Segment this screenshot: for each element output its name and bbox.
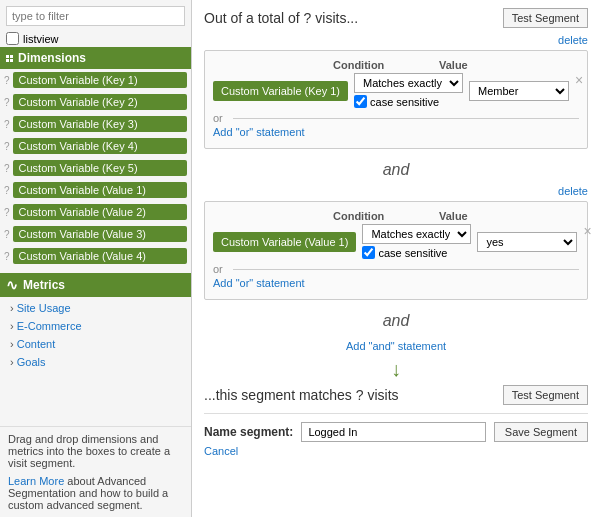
dimensions-header: Dimensions bbox=[0, 47, 191, 69]
learn-more-link[interactable]: Learn More bbox=[8, 475, 64, 487]
headers-row-2: Condition Value bbox=[333, 210, 579, 222]
and-divider-1: and bbox=[204, 155, 588, 185]
and-divider-2: and bbox=[204, 306, 588, 336]
dim-label-1: Custom Variable (Key 2) bbox=[13, 94, 187, 110]
help-icon-0: ? bbox=[4, 75, 10, 86]
segment-block-2: Condition Value Custom Variable (Value 1… bbox=[204, 201, 588, 300]
dim-item-0[interactable]: ?Custom Variable (Key 1) bbox=[0, 69, 191, 91]
remove-condition-2[interactable]: × bbox=[583, 224, 591, 238]
help-icon-8: ? bbox=[4, 251, 10, 262]
list-view-checkbox[interactable] bbox=[6, 32, 19, 45]
segment-name-input[interactable] bbox=[301, 422, 485, 442]
dim-item-5[interactable]: ?Custom Variable (Value 1) bbox=[0, 179, 191, 201]
or-row-1: or bbox=[213, 112, 579, 124]
metrics-item-2[interactable]: Content bbox=[0, 335, 191, 353]
dim-label-2: Custom Variable (Key 3) bbox=[13, 116, 187, 132]
condition-row-1: Custom Variable (Key 1) Matches exactly … bbox=[213, 73, 579, 108]
main-content: Out of a total of ? visits... Test Segme… bbox=[192, 0, 600, 517]
add-and-button[interactable]: Add "and" statement bbox=[346, 340, 446, 352]
or-row-2: or bbox=[213, 263, 579, 275]
metrics-item-0[interactable]: Site Usage bbox=[0, 299, 191, 317]
or-line-2 bbox=[233, 269, 579, 270]
value-select-group-2: yes bbox=[477, 232, 577, 252]
dimensions-list: ?Custom Variable (Key 1)?Custom Variable… bbox=[0, 69, 191, 269]
top-title: Out of a total of ? visits... bbox=[204, 10, 358, 26]
condition-tag-1: Custom Variable (Key 1) bbox=[213, 81, 348, 101]
help-icon-2: ? bbox=[4, 119, 10, 130]
metrics-header-label: Metrics bbox=[23, 278, 65, 292]
name-segment-label: Name segment: bbox=[204, 425, 293, 439]
condition-select-group-2: Matches exactly case sensitive bbox=[362, 224, 471, 259]
add-or-button-2[interactable]: Add "or" statement bbox=[213, 275, 305, 291]
dim-label-3: Custom Variable (Key 4) bbox=[13, 138, 187, 154]
dim-item-6[interactable]: ?Custom Variable (Value 2) bbox=[0, 201, 191, 223]
dim-label-0: Custom Variable (Key 1) bbox=[13, 72, 187, 88]
test-segment-button-bottom[interactable]: Test Segment bbox=[503, 385, 588, 405]
dim-label-4: Custom Variable (Key 5) bbox=[13, 160, 187, 176]
name-row: Name segment: Save Segment bbox=[204, 413, 588, 442]
value-header-2: Value bbox=[439, 210, 539, 222]
value-select-2[interactable]: yes bbox=[477, 232, 577, 252]
case-sensitive-label-2: case sensitive bbox=[378, 247, 447, 259]
help-icon-1: ? bbox=[4, 97, 10, 108]
arrow-down-icon: ↓ bbox=[204, 358, 588, 381]
value-header-1: Value bbox=[439, 59, 539, 71]
condition-tag-2: Custom Variable (Value 1) bbox=[213, 232, 356, 252]
condition-header-1: Condition bbox=[333, 59, 433, 71]
add-or-button-1[interactable]: Add "or" statement bbox=[213, 124, 305, 140]
help-icon-7: ? bbox=[4, 229, 10, 240]
filter-input[interactable] bbox=[6, 6, 185, 26]
sidebar: listview Dimensions ?Custom Variable (Ke… bbox=[0, 0, 192, 517]
footer-learn-text: Learn More about Advanced Segmentation a… bbox=[8, 475, 183, 511]
metrics-item-3[interactable]: Goals bbox=[0, 353, 191, 371]
or-label-2: or bbox=[213, 263, 227, 275]
help-icon-4: ? bbox=[4, 163, 10, 174]
case-row-2: case sensitive bbox=[362, 246, 471, 259]
dim-item-3[interactable]: ?Custom Variable (Key 4) bbox=[0, 135, 191, 157]
metrics-items: Site UsageE-CommerceContentGoals bbox=[0, 297, 191, 373]
bottom-bar: ...this segment matches ? visits Test Se… bbox=[204, 385, 588, 405]
dim-item-1[interactable]: ?Custom Variable (Key 2) bbox=[0, 91, 191, 113]
or-label-1: or bbox=[213, 112, 227, 124]
save-segment-button[interactable]: Save Segment bbox=[494, 422, 588, 442]
help-icon-3: ? bbox=[4, 141, 10, 152]
dim-item-2[interactable]: ?Custom Variable (Key 3) bbox=[0, 113, 191, 135]
condition-header-2: Condition bbox=[333, 210, 433, 222]
help-icon-6: ? bbox=[4, 207, 10, 218]
case-sensitive-checkbox-1[interactable] bbox=[354, 95, 367, 108]
case-row-1: case sensitive bbox=[354, 95, 463, 108]
dim-item-8[interactable]: ?Custom Variable (Value 4) bbox=[0, 245, 191, 267]
dimensions-header-label: Dimensions bbox=[18, 51, 86, 65]
delete-link-1[interactable]: delete bbox=[204, 34, 588, 46]
condition-select-group-1: Matches exactly case sensitive bbox=[354, 73, 463, 108]
dim-item-4[interactable]: ?Custom Variable (Key 5) bbox=[0, 157, 191, 179]
metrics-section: ∿ Metrics Site UsageE-CommerceContentGoa… bbox=[0, 273, 191, 373]
or-line-1 bbox=[233, 118, 579, 119]
condition-select-2[interactable]: Matches exactly bbox=[362, 224, 471, 244]
test-segment-button-top[interactable]: Test Segment bbox=[503, 8, 588, 28]
delete-link-2[interactable]: delete bbox=[204, 185, 588, 197]
metrics-item-1[interactable]: E-Commerce bbox=[0, 317, 191, 335]
value-select-1[interactable]: Member bbox=[469, 81, 569, 101]
dim-label-5: Custom Variable (Value 1) bbox=[13, 182, 187, 198]
help-icon-5: ? bbox=[4, 185, 10, 196]
condition-select-1[interactable]: Matches exactly bbox=[354, 73, 463, 93]
sidebar-footer: Drag and drop dimensions and metrics int… bbox=[0, 426, 191, 517]
list-view-row: listview bbox=[0, 30, 191, 47]
value-select-group-1: Member bbox=[469, 81, 569, 101]
remove-condition-1[interactable]: × bbox=[575, 73, 583, 87]
segment-block-1: Condition Value Custom Variable (Key 1) … bbox=[204, 50, 588, 149]
bottom-title-text: ...this segment matches ? visits bbox=[204, 387, 399, 403]
case-sensitive-checkbox-2[interactable] bbox=[362, 246, 375, 259]
top-bar: Out of a total of ? visits... Test Segme… bbox=[204, 8, 588, 28]
dim-item-7[interactable]: ?Custom Variable (Value 3) bbox=[0, 223, 191, 245]
dimensions-grid-icon bbox=[6, 55, 13, 62]
footer-drag-text: Drag and drop dimensions and metrics int… bbox=[8, 433, 183, 469]
cancel-link[interactable]: Cancel bbox=[204, 445, 588, 457]
case-sensitive-label-1: case sensitive bbox=[370, 96, 439, 108]
metrics-wave-icon: ∿ bbox=[6, 277, 18, 293]
dim-item-9[interactable]: ?Custom Variable (Value 5) bbox=[0, 267, 191, 269]
condition-row-2: Custom Variable (Value 1) Matches exactl… bbox=[213, 224, 579, 259]
metrics-header: ∿ Metrics bbox=[0, 273, 191, 297]
list-view-label: listview bbox=[23, 33, 58, 45]
